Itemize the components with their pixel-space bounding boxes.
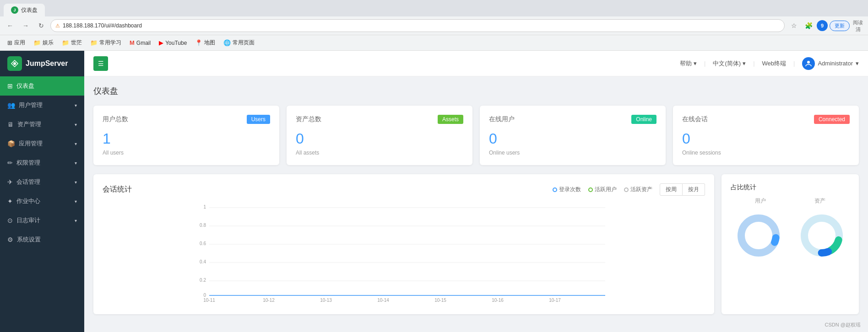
svg-point-1 bbox=[807, 61, 810, 64]
donut-assets-svg-container bbox=[794, 210, 850, 261]
menu-item-left-settings: ⚙ 系统设置 bbox=[7, 236, 41, 244]
logo-icon bbox=[7, 56, 22, 71]
bookmark-apps[interactable]: ⊞ 应用 bbox=[4, 37, 29, 48]
folder-icon: 📁 bbox=[33, 39, 41, 46]
stat-card-header-users: 用户总数 Users bbox=[103, 115, 270, 124]
folder-icon-3: 📁 bbox=[90, 39, 98, 46]
sidebar-item-dashboard[interactable]: ⊞ 仪表盘 bbox=[0, 76, 84, 96]
legend-login: 登录次数 bbox=[553, 186, 581, 193]
youtube-icon: ▶ bbox=[159, 39, 163, 46]
reader-mode-button[interactable]: 阅读清 bbox=[852, 19, 864, 32]
legend-active-user-label: 活跃用户 bbox=[595, 186, 617, 193]
apps-icon: ⊞ bbox=[7, 39, 12, 46]
donut-row bbox=[731, 210, 850, 261]
tab-icon: J bbox=[11, 6, 18, 14]
browser-tab[interactable]: J 仪表盘 bbox=[4, 4, 45, 16]
bookmark-learning[interactable]: 📁 常用学习 bbox=[87, 37, 125, 48]
page-title: 仪表盘 bbox=[93, 86, 859, 96]
bookmark-common-pages-label: 常用页面 bbox=[233, 39, 255, 47]
bookmark-gmail[interactable]: M Gmail bbox=[126, 37, 154, 48]
chart-month-button[interactable]: 按月 bbox=[683, 183, 705, 196]
chart-area: 1 0.8 0.6 0.4 0.2 0 bbox=[103, 203, 705, 305]
menu-item-left-assets: 🖥 资产管理 bbox=[7, 120, 41, 129]
stat-label-assets: 资产总数 bbox=[296, 115, 321, 123]
chart-buttons: 按周 按月 bbox=[660, 183, 705, 196]
sidebar-item-label-settings: 系统设置 bbox=[17, 236, 41, 244]
bookmark-learning-label: 常用学习 bbox=[99, 39, 121, 47]
update-button[interactable]: 更新 bbox=[830, 21, 850, 31]
watermark: CSDN @赵权瑶 bbox=[825, 321, 861, 328]
address-text: 188.188.188.170/ui/#/dashboard bbox=[63, 22, 780, 29]
sidebar-item-label-jobs: 作业中心 bbox=[16, 197, 40, 205]
bookmark-world[interactable]: 📁 世茫 bbox=[58, 37, 86, 48]
arrow-icon-sessions: ▾ bbox=[75, 180, 77, 185]
web-terminal-button[interactable]: Web终端 bbox=[762, 59, 787, 68]
forward-button[interactable]: → bbox=[19, 19, 32, 32]
stat-card-assets: 资产总数 Assets 0 All assets bbox=[287, 106, 472, 165]
logs-icon: ⊙ bbox=[7, 217, 13, 224]
arrow-icon-apps: ▾ bbox=[75, 141, 77, 146]
arrow-icon-jobs: ▾ bbox=[75, 199, 77, 204]
language-menu[interactable]: 中文(简体) ▾ bbox=[713, 59, 746, 68]
sidebar-item-users[interactable]: 👥 用户管理 ▾ bbox=[0, 96, 84, 115]
help-label: 帮助 bbox=[680, 59, 692, 68]
address-bar[interactable]: ⚠ 188.188.188.170/ui/#/dashboard bbox=[50, 19, 785, 32]
legend-login-label: 登录次数 bbox=[559, 186, 581, 193]
refresh-button[interactable]: ↻ bbox=[35, 19, 48, 32]
chart-week-button[interactable]: 按周 bbox=[660, 183, 683, 196]
extensions-button[interactable]: 🧩 bbox=[802, 19, 815, 32]
stat-badge-assets: Assets bbox=[438, 115, 463, 124]
top-bar-right: 帮助 ▾ | 中文(简体) ▾ | Web终端 | bbox=[680, 57, 859, 70]
svg-text:0.4: 0.4 bbox=[200, 259, 206, 264]
legend-dot-active-asset bbox=[624, 187, 629, 192]
sidebar-item-settings[interactable]: ⚙ 系统设置 bbox=[0, 230, 84, 249]
bookmark-youtube[interactable]: ▶ YouTube bbox=[155, 37, 190, 48]
bookmark-maps[interactable]: 📍 地图 bbox=[191, 37, 219, 48]
sidebar-item-sessions[interactable]: ✈ 会话管理 ▾ bbox=[0, 172, 84, 192]
stat-value-online: 0 bbox=[489, 131, 656, 146]
stat-card-header-online: 在线用户 Online bbox=[489, 115, 656, 124]
menu-toggle-button[interactable]: ☰ bbox=[93, 56, 108, 71]
donut-card: 占比统计 用户 资产 bbox=[722, 174, 859, 314]
sidebar-item-jobs[interactable]: ✦ 作业中心 ▾ bbox=[0, 192, 84, 211]
svg-text:0.2: 0.2 bbox=[200, 278, 206, 283]
sidebar-menu: ⊞ 仪表盘 👥 用户管理 ▾ 🖥 资产管理 ▾ 📦 bbox=[0, 76, 84, 249]
browser-actions: ☆ 🧩 9 更新 阅读清 bbox=[787, 19, 864, 32]
browser-user-avatar[interactable]: 9 bbox=[817, 20, 828, 31]
bookmark-entertainment[interactable]: 📁 娱乐 bbox=[30, 37, 57, 48]
browser-chrome: J 仪表盘 ← → ↻ ⚠ 188.188.188.170/ui/#/dashb… bbox=[0, 0, 868, 51]
sidebar-item-assets[interactable]: 🖥 资产管理 ▾ bbox=[0, 115, 84, 134]
settings-icon: ⚙ bbox=[7, 236, 13, 243]
bookmark-common-pages[interactable]: 🌐 常用页面 bbox=[220, 37, 258, 48]
back-button[interactable]: ← bbox=[4, 19, 16, 32]
svg-point-0 bbox=[13, 62, 16, 65]
admin-menu[interactable]: Administrator ▾ bbox=[802, 57, 859, 70]
chart-legend: 登录次数 活跃用户 活跃资产 bbox=[553, 186, 652, 193]
bookmark-apps-label: 应用 bbox=[14, 39, 25, 47]
bookmark-star-button[interactable]: ☆ bbox=[787, 19, 800, 32]
sidebar-item-perms[interactable]: ✏ 权限管理 ▾ bbox=[0, 153, 84, 172]
stat-label-online: 在线用户 bbox=[489, 115, 515, 123]
stat-value-assets: 0 bbox=[296, 131, 463, 146]
donut-users bbox=[731, 210, 787, 261]
bookmarks-bar: ⊞ 应用 📁 娱乐 📁 世茫 📁 常用学习 M Gmail ▶ YouTube … bbox=[0, 35, 868, 50]
page-content: 仪表盘 用户总数 Users 1 All users 资产总数 Assets bbox=[84, 76, 868, 323]
help-menu[interactable]: 帮助 ▾ bbox=[680, 59, 697, 68]
chart-title: 会话统计 bbox=[103, 185, 132, 194]
sidebar-item-logs[interactable]: ⊙ 日志审计 ▾ bbox=[0, 211, 84, 230]
browser-tabs: J 仪表盘 bbox=[0, 0, 868, 16]
chart-header: 会话统计 登录次数 活跃用户 bbox=[103, 183, 705, 196]
globe-icon: 🌐 bbox=[223, 39, 231, 46]
stat-card-online: 在线用户 Online 0 Online users bbox=[480, 106, 666, 165]
menu-item-left-users: 👥 用户管理 bbox=[7, 101, 43, 109]
web-terminal-label: Web终端 bbox=[762, 59, 787, 68]
folder-icon-2: 📁 bbox=[62, 39, 69, 46]
sidebar-item-apps[interactable]: 📦 应用管理 ▾ bbox=[0, 134, 84, 153]
help-dropdown-icon: ▾ bbox=[694, 60, 697, 67]
sidebar-logo: JumpServer bbox=[0, 51, 84, 76]
svg-text:10-12: 10-12 bbox=[263, 298, 275, 303]
divider-2: | bbox=[753, 60, 754, 67]
sidebar-item-label-users: 用户管理 bbox=[19, 101, 43, 109]
top-bar: ☰ 帮助 ▾ | 中文(简体) ▾ | Web终端 | bbox=[84, 51, 868, 76]
donut-title: 占比统计 bbox=[731, 183, 850, 192]
